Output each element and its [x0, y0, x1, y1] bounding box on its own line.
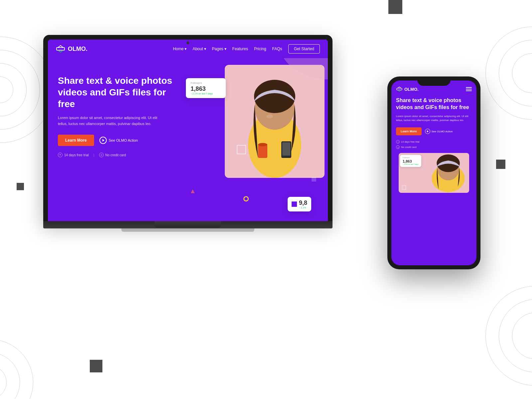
- badge-no-credit: ◎ No credit card: [99, 153, 126, 157]
- phone-play-triangle: [427, 130, 429, 132]
- svg-rect-0: [57, 48, 65, 50]
- phone-notch: [417, 76, 451, 86]
- phone-hero-title: Share text & voice photos videos and GIF…: [396, 97, 472, 111]
- phone-badges: ✦ 14 days free trial ◎ No credit card: [396, 140, 472, 149]
- hero-right-image: Followers 1,863 ↑ 2.1% on last 7 days ▲: [183, 68, 318, 221]
- nav-link-faqs[interactable]: FAQs: [272, 47, 282, 51]
- nav-logo-text: OLMO.: [68, 46, 87, 53]
- deco-triangle: ▲: [190, 187, 196, 195]
- nav-link-about[interactable]: About ▾: [193, 47, 206, 51]
- phone-badge-trial: ✦ 14 days free trial: [396, 140, 472, 144]
- hamburger-line-3: [466, 90, 472, 91]
- chevron-icon-3: ▾: [224, 47, 226, 51]
- hamburger-line-1: [466, 87, 472, 88]
- svg-rect-6: [282, 142, 290, 156]
- play-icon: [99, 137, 107, 144]
- phone-followers-card: Followers 1,863 ↑ 2.1% on last 7 days: [400, 155, 421, 167]
- phone-logo-icon: [396, 86, 403, 92]
- deco-rect-bottom-left: [90, 360, 102, 372]
- play-triangle: [102, 139, 104, 142]
- laptop-camera: [187, 42, 189, 44]
- stats-trend: ↑ 2.1%: [299, 206, 307, 209]
- phone-shield-icon: ✦: [396, 140, 400, 144]
- phone-logo-text: OLMO.: [404, 87, 419, 92]
- nav-link-features[interactable]: Features: [232, 47, 248, 51]
- nav-link-home[interactable]: Home ▾: [173, 47, 187, 51]
- laptop-stand: [155, 221, 221, 228]
- credit-icon: ◎: [99, 153, 104, 157]
- hero-description: Lorem ipsum dolor sit amet, consectetur …: [58, 115, 164, 127]
- deco-square: [237, 145, 246, 154]
- phone-hero: Share text & voice photos videos and GIF…: [391, 94, 476, 196]
- phone-screen: OLMO. Share text & voice photos videos a…: [391, 80, 476, 265]
- phone-followers-trend: ↑ 2.1% on last 7 days: [403, 163, 419, 165]
- svg-point-9: [292, 202, 297, 206]
- person-image: [225, 65, 325, 178]
- svg-rect-10: [397, 88, 402, 90]
- shield-icon: ✦: [58, 153, 63, 157]
- deco-square-2: [312, 177, 316, 182]
- hero-image-bg: [225, 65, 325, 178]
- phone-logo: OLMO.: [396, 86, 419, 92]
- phone-badge-credit: ◎ No credit card: [396, 145, 472, 149]
- learn-more-button[interactable]: Learn More: [58, 135, 94, 146]
- stats-number: 9,8: [299, 200, 307, 206]
- deco-rect-left: [17, 183, 24, 190]
- phone-play-icon: [425, 129, 430, 134]
- deco-rect-right: [496, 160, 505, 169]
- phone-learn-more-button[interactable]: Learn More: [396, 127, 422, 135]
- phone-buttons: Learn More See OLMO Action: [396, 127, 472, 135]
- hero-buttons: Learn More See OLMO Action: [58, 135, 183, 146]
- phone-image-bg: Followers 1,863 ↑ 2.1% on last 7 days: [399, 153, 469, 193]
- hamburger-menu[interactable]: [466, 87, 472, 91]
- laptop-website: OLMO. Home ▾ About ▾ Pages ▾: [48, 40, 328, 221]
- hero-badges: ✦ 14 days free trial | ◎ No credit card: [58, 153, 183, 157]
- badge-divider: |: [93, 153, 94, 157]
- laptop-base: [43, 221, 332, 228]
- laptop-screen: OLMO. Home ▾ About ▾ Pages ▾: [48, 40, 328, 221]
- phone-deco-square: [402, 186, 406, 190]
- phone-see-action-button[interactable]: See OLMO Action: [425, 129, 453, 134]
- see-action-button[interactable]: See OLMO Action: [99, 137, 138, 144]
- followers-count: 1,863: [191, 85, 221, 92]
- deco-ring: [243, 196, 249, 201]
- laptop-hero: Share text & voice photos videos and GIF…: [48, 58, 328, 221]
- olmo-logo-icon: [56, 45, 65, 53]
- stats-icon: [292, 201, 297, 207]
- phone-followers-count: 1,863: [403, 159, 419, 163]
- hero-left-content: Share text & voice photos videos and GIF…: [58, 68, 183, 221]
- laptop-foot: [121, 228, 254, 232]
- laptop-nav-logo: OLMO.: [56, 45, 87, 53]
- svg-rect-7: [258, 145, 267, 158]
- followers-label: Followers: [191, 81, 221, 84]
- chevron-icon: ▾: [185, 47, 187, 51]
- deco-rect-top: [388, 0, 402, 14]
- hero-title: Share text & voice photos videos and GIF…: [58, 75, 183, 110]
- nav-cta-button[interactable]: Get Started: [288, 44, 320, 54]
- phone-image-area: Followers 1,863 ↑ 2.1% on last 7 days: [399, 153, 469, 193]
- phone-mockup: OLMO. Share text & voice photos videos a…: [387, 76, 480, 269]
- chevron-icon-2: ▾: [204, 47, 206, 51]
- hamburger-line-2: [466, 89, 472, 89]
- phone-followers-label: Followers: [403, 157, 419, 159]
- stats-card: 9,8 ↑ 2.1%: [288, 197, 311, 211]
- laptop-nav-links: Home ▾ About ▾ Pages ▾ Features: [173, 44, 320, 54]
- laptop-mockup: OLMO. Home ▾ About ▾ Pages ▾: [43, 35, 332, 238]
- followers-card: Followers 1,863 ↑ 2.1% on last 7 days: [186, 78, 226, 98]
- followers-trend: ↑ 2.1% on last 7 days: [191, 92, 221, 95]
- badge-free-trial: ✦ 14 days free trial: [58, 153, 89, 157]
- nav-link-pages[interactable]: Pages ▾: [212, 47, 226, 51]
- laptop-body: OLMO. Home ▾ About ▾ Pages ▾: [43, 35, 332, 221]
- phone-credit-icon: ◎: [396, 145, 400, 149]
- phone-hero-desc: Lorem ipsum dolor sit amet, consectetur …: [396, 114, 472, 123]
- nav-link-pricing[interactable]: Pricing: [254, 47, 266, 51]
- svg-point-8: [258, 143, 267, 146]
- svg-point-4: [266, 114, 273, 118]
